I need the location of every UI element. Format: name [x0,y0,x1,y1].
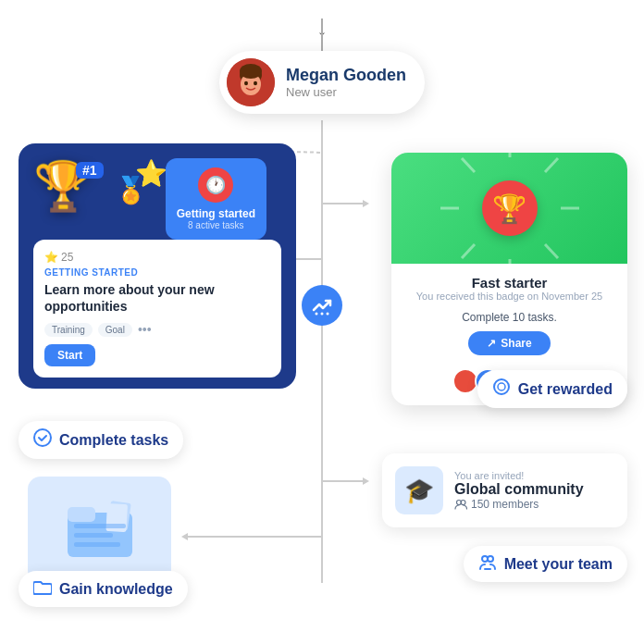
start-button[interactable]: Start [44,344,95,366]
community-invited: You are invited! [454,470,584,481]
svg-point-37 [498,383,505,390]
top-arrow: ↓ [317,17,328,41]
tasks-count: Complete 10 tasks. [406,311,613,324]
svg-line-29 [545,158,558,172]
fast-starter-title: Fast starter [406,275,613,291]
task-title: Learn more about your new opportunities [44,281,270,315]
community-card-content: 🎓 You are invited! Global community 150 … [395,466,614,514]
svg-rect-26 [74,533,113,538]
reward-icon [492,378,511,401]
members-icon [454,498,467,511]
share-button[interactable]: ↗ Share [468,331,550,355]
share-label: Share [501,337,531,350]
svg-point-36 [494,379,509,394]
number-one-badge: #1 [76,162,104,179]
reward-card: 🏆 Fast starter You received this badge o… [391,153,627,405]
svg-point-19 [327,313,329,316]
community-members: 150 members [454,498,584,511]
reward-card-top: 🏆 [391,153,627,264]
user-name: Megan Gooden [286,66,406,85]
task-tags: Training Goal ••• [44,322,270,337]
gain-knowledge-text: Gain knowledge [59,581,173,598]
svg-point-20 [34,429,51,446]
svg-marker-10 [181,533,188,540]
getting-started-badge: 🕐 Getting started 8 active tasks [166,158,266,240]
community-info: You are invited! Global community 150 me… [454,470,584,511]
complete-tasks-label: Complete tasks [19,421,183,459]
task-label: GETTING STARTED [44,267,270,278]
tasks-card-inner: 🏆 #1 🏅 ⭐ 🕐 Getting started 8 active task… [19,143,296,389]
svg-rect-27 [74,542,120,547]
svg-point-16 [254,81,257,85]
avatar [227,58,275,106]
svg-point-14 [240,64,262,79]
community-name: Global community [454,481,584,498]
community-icon: 🎓 [395,466,443,514]
complete-tasks-text: Complete tasks [59,432,168,449]
folder-label-icon [33,578,52,600]
checkmark-icon [33,428,52,452]
user-info: Megan Gooden New user [286,66,406,99]
share-icon: ↗ [487,337,496,350]
center-node [302,285,342,326]
knowledge-card [28,477,171,583]
user-role: New user [286,85,406,99]
meet-team-text: Meet your team [504,556,613,573]
star-icon-1: ⭐ [135,158,167,189]
folder-icon [63,496,137,564]
gain-knowledge-label: Gain knowledge [19,571,188,607]
svg-point-17 [316,313,318,316]
svg-line-33 [462,244,475,258]
fast-starter-sub: You received this badge on November 25 [406,291,613,302]
trophy-badge: 🏆 [482,180,538,236]
get-rewarded-text: Get rewarded [518,381,613,398]
svg-point-15 [244,81,248,85]
svg-rect-22 [68,507,95,522]
task-item-card: ⭐ 25 GETTING STARTED Learn more about yo… [33,240,281,378]
meet-team-label: Meet your team [464,546,627,582]
svg-line-35 [462,158,475,172]
team-icon [478,553,497,575]
svg-point-41 [488,556,493,562]
get-rewarded-label: Get rewarded [477,370,627,408]
user-card: Megan Gooden New user [219,51,425,114]
badge-sub: 8 active tasks [177,220,255,230]
badge-title: Getting started [177,207,255,220]
tag-goal: Goal [98,323,132,337]
community-card: 🎓 You are invited! Global community 150 … [382,453,627,527]
task-points: 25 [61,251,73,264]
svg-line-31 [545,244,558,258]
svg-point-18 [321,313,324,316]
tag-more[interactable]: ••• [138,322,152,337]
members-count: 150 members [471,498,539,511]
tag-training: Training [44,323,93,337]
svg-marker-4 [363,200,369,207]
svg-marker-8 [363,477,369,485]
svg-rect-25 [74,524,126,528]
tasks-card: 🏆 #1 🏅 ⭐ 🕐 Getting started 8 active task… [19,143,296,389]
